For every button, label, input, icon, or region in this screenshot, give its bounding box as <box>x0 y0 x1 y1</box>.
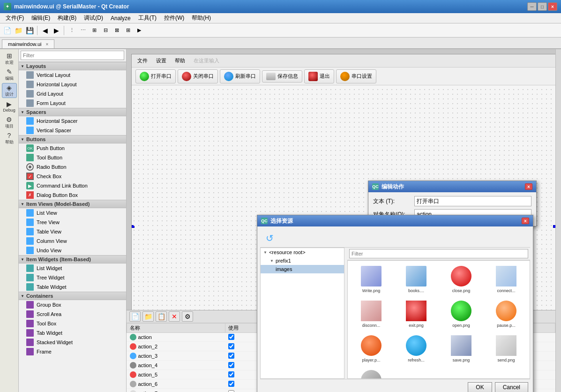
widget-grid-layout[interactable]: Grid Layout <box>19 89 126 98</box>
action-settings-btn[interactable]: ⚙ <box>182 311 193 322</box>
toolbar-forward[interactable]: ▶ <box>51 25 61 36</box>
widget-command-link-button[interactable]: ▶ Command Link Button <box>19 181 126 190</box>
widget-radio-button[interactable]: Radio Button <box>19 162 126 172</box>
toolbar-align1[interactable]: ⋮ <box>67 25 77 36</box>
res-item[interactable]: open.png <box>440 297 483 330</box>
widget-form-layout[interactable]: Form Layout <box>19 98 126 108</box>
res-item[interactable]: player.p... <box>350 332 393 365</box>
widget-list-widget[interactable]: List Widget <box>19 264 126 273</box>
toolbar-save[interactable]: 💾 <box>24 25 35 36</box>
btn-refresh-port[interactable]: 刷新串口 <box>220 69 260 83</box>
widget-table-widget[interactable]: Table Widget <box>19 282 126 292</box>
form-menu-help[interactable]: 帮助 <box>171 56 189 65</box>
res-item[interactable]: Write.png <box>350 263 393 295</box>
res-cancel-button[interactable]: Cancel <box>495 382 528 392</box>
res-item[interactable]: refresh... <box>395 332 438 365</box>
res-tree[interactable]: ▼ <resource root> ▼ prefix1 images <box>260 248 344 379</box>
action-new-btn[interactable]: 📄 <box>129 311 141 322</box>
widget-scroll-area[interactable]: Scroll Area <box>19 309 126 319</box>
toolbar-align2[interactable]: ⋯ <box>78 25 88 36</box>
widget-check-box[interactable]: ✓ Check Box <box>19 172 126 181</box>
menu-widgets[interactable]: 控件(W) <box>160 13 188 23</box>
widget-stacked-widget[interactable]: Stacked Widget <box>19 338 126 347</box>
action-delete-btn[interactable]: ✕ <box>169 311 180 322</box>
minimize-button[interactable]: ─ <box>527 2 537 11</box>
widget-tool-box[interactable]: Tool Box <box>19 319 126 328</box>
btn-port-settings[interactable]: 串口设置 <box>336 69 376 83</box>
action-open-btn[interactable]: 📁 <box>142 311 154 322</box>
used-checkbox[interactable] <box>228 343 234 349</box>
section-layouts[interactable]: ▼ Layouts <box>19 62 126 70</box>
action-copy-btn[interactable]: 📋 <box>156 311 167 322</box>
tab-mainwindow[interactable]: mainwindow.ui × <box>2 39 54 48</box>
res-item[interactable]: close.png <box>440 263 483 295</box>
menu-help[interactable]: 帮助(H) <box>188 13 215 23</box>
toolbar-align3[interactable]: ⊞ <box>89 25 99 36</box>
btn-close-port[interactable]: 关闭串口 <box>178 69 218 83</box>
toolbar-open[interactable]: 📁 <box>13 25 23 36</box>
btn-open-port[interactable]: 打开串口 <box>135 69 176 83</box>
widget-tab-widget[interactable]: Tab Widget <box>19 328 126 338</box>
form-menu-file[interactable]: 文件 <box>134 56 151 65</box>
btn-exit[interactable]: 退出 <box>304 69 334 83</box>
sidebar-item-debug[interactable]: ▶ Debug <box>2 99 17 114</box>
res-tree-root[interactable]: ▼ <resource root> <box>261 248 344 256</box>
sidebar-item-welcome[interactable]: ⊞ 欢迎 <box>2 51 17 66</box>
toolbar-preview[interactable]: ▶ <box>134 25 144 36</box>
dialog-select-close[interactable]: × <box>522 218 529 224</box>
res-tree-prefix1[interactable]: ▼ prefix1 <box>261 256 344 265</box>
close-button[interactable]: × <box>548 2 557 11</box>
res-item[interactable]: save.png <box>440 332 483 365</box>
res-filter-input[interactable] <box>349 249 528 258</box>
menu-analyze[interactable]: Analyze <box>107 14 135 23</box>
widget-horizontal-layout[interactable]: Horizontal Layout <box>19 80 126 89</box>
toolbar-grid[interactable]: ⊞ <box>123 25 133 36</box>
res-refresh-icon[interactable]: ↺ <box>262 231 277 245</box>
widget-vertical-spacer[interactable]: Vertical Spacer <box>19 126 126 135</box>
sidebar-item-edit[interactable]: ✎ 编辑 <box>2 67 17 82</box>
sidebar-item-projects[interactable]: ⚙ 项目 <box>2 115 17 130</box>
widget-tree-view[interactable]: Tree View <box>19 218 126 227</box>
btn-save-info[interactable]: 保存信息 <box>262 70 302 83</box>
res-item[interactable]: send.png <box>485 332 528 365</box>
used-checkbox[interactable] <box>228 371 234 377</box>
res-item[interactable]: books.... <box>395 263 438 295</box>
section-item-widgets[interactable]: ▼ Item Widgets (Item-Based) <box>19 255 126 264</box>
widget-push-button[interactable]: OK Push Button <box>19 143 126 153</box>
toolbar-back[interactable]: ◀ <box>40 25 50 36</box>
used-checkbox[interactable] <box>228 362 234 368</box>
res-ok-button[interactable]: OK <box>468 382 492 392</box>
toolbar-align5[interactable]: ⊠ <box>112 25 122 36</box>
widget-dialog-button-box[interactable]: ✗ Dialog Button Box <box>19 190 126 200</box>
res-item[interactable]: connect... <box>485 263 528 295</box>
menu-tools[interactable]: 工具(T) <box>135 13 160 23</box>
menu-debug[interactable]: 调试(D) <box>80 13 107 23</box>
widget-tool-button[interactable]: Tool Button <box>19 153 126 162</box>
section-spacers[interactable]: ▼ Spacers <box>19 108 126 116</box>
form-menu-settings[interactable]: 设置 <box>152 56 170 65</box>
toolbar-align4[interactable]: ⊟ <box>100 25 111 36</box>
res-item[interactable]: gear <box>350 367 393 379</box>
widget-table-view[interactable]: Table View <box>19 227 126 236</box>
menu-build[interactable]: 构建(B) <box>54 13 80 23</box>
widget-undo-view[interactable]: Undo View <box>19 246 126 255</box>
maximize-button[interactable]: □ <box>538 2 547 11</box>
widget-list-view[interactable]: List View <box>19 208 126 218</box>
widget-frame[interactable]: Frame <box>19 347 126 356</box>
used-checkbox[interactable] <box>228 334 234 340</box>
widget-column-view[interactable]: Column View <box>19 236 126 246</box>
res-item[interactable]: exit.png <box>395 297 438 330</box>
res-item[interactable]: pause.p... <box>485 297 528 330</box>
used-checkbox[interactable] <box>228 381 234 387</box>
menu-edit[interactable]: 编辑(E) <box>28 13 54 23</box>
toolbar-new[interactable]: 📄 <box>2 25 12 36</box>
section-item-views[interactable]: ▼ Item Views (Model-Based) <box>19 200 126 208</box>
widget-group-box[interactable]: Group Box <box>19 300 126 309</box>
res-item[interactable]: disconn... <box>350 297 393 330</box>
widget-filter-input[interactable] <box>21 51 124 60</box>
dialog-edit-close[interactable]: × <box>525 183 532 190</box>
section-buttons[interactable]: ▼ Buttons <box>19 135 126 143</box>
tab-close[interactable]: × <box>46 42 49 47</box>
section-containers[interactable]: ▼ Containers <box>19 292 126 300</box>
widget-vertical-layout[interactable]: Vertical Layout <box>19 70 126 80</box>
